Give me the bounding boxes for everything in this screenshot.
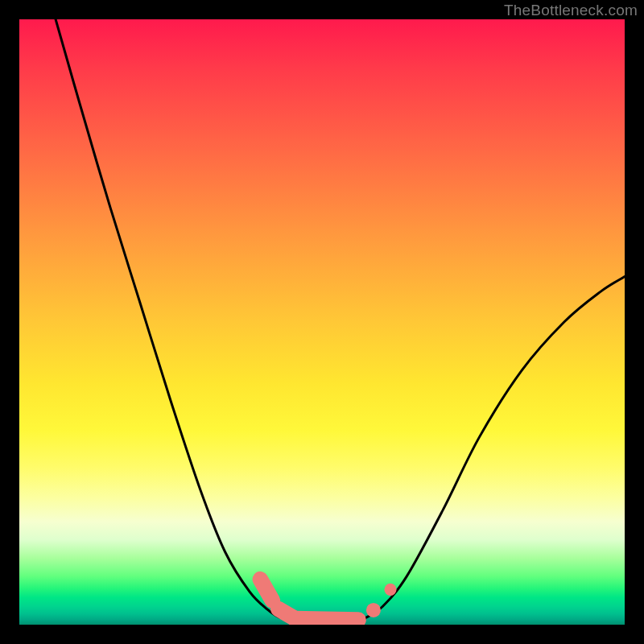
marker-capsule xyxy=(260,580,272,601)
watermark-text: TheBottleneck.com xyxy=(504,2,638,19)
plot-area xyxy=(19,19,625,625)
marker-dot xyxy=(384,584,396,596)
marker-dot xyxy=(366,603,381,617)
bottleneck-curve xyxy=(56,19,625,621)
bottleneck-curve-chart xyxy=(19,19,625,625)
outer-frame: TheBottleneck.com xyxy=(0,0,644,644)
marker-capsule xyxy=(295,618,358,620)
